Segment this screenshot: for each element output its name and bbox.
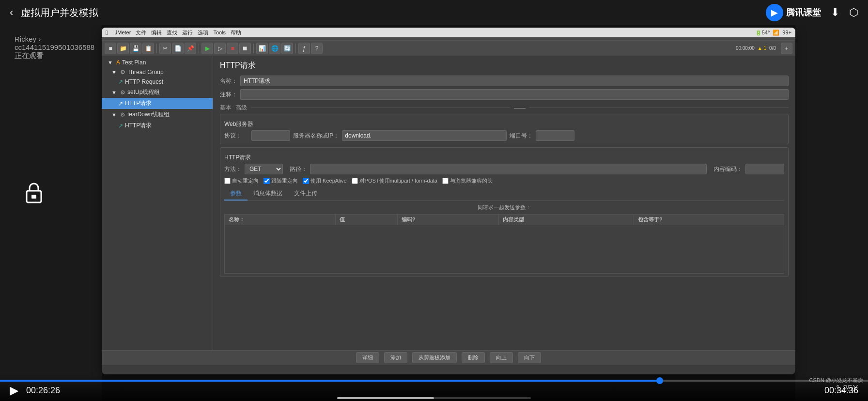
tree-expand-icon-4: ▼ (111, 112, 118, 118)
add-btn[interactable]: 添加 (384, 352, 407, 363)
col-content-type: 内容类型 (499, 215, 634, 225)
lock-area[interactable] (22, 180, 46, 209)
apple-menu[interactable]:  (106, 29, 108, 36)
download-icon[interactable]: ⬇ (831, 6, 839, 19)
port-input[interactable] (536, 130, 574, 141)
toolbar-time-area: 00:00:00 ▲ 1 0/0 + (736, 43, 792, 54)
toolbar-new-btn[interactable]: ■ (105, 43, 116, 54)
name-input[interactable] (240, 76, 789, 86)
toolbar-start-no-pause-btn[interactable]: ▷ (214, 43, 226, 54)
content-label: 内容编码： (713, 165, 743, 173)
toolbar-stop-btn[interactable]: ■ (227, 43, 238, 54)
delete-btn[interactable]: 删除 (462, 352, 485, 363)
menu-edit[interactable]: 编辑 (151, 29, 162, 36)
tencent-play-icon: ▶ (766, 4, 783, 21)
method-select[interactable]: GET POST PUT DELETE (245, 164, 283, 174)
settings-icon[interactable]: ⬡ (849, 6, 858, 19)
toolbar-shutdown-btn[interactable]: ⏹ (239, 43, 251, 54)
toolbar-saveas-btn[interactable]: 📋 (142, 43, 154, 54)
cb-keepalive-input[interactable] (303, 178, 309, 184)
menu-tools[interactable]: Tools (213, 30, 226, 35)
web-server-section: Web服务器 协议： 服务器名称或IP： 端口号： (220, 114, 789, 144)
cb-browser-compat[interactable]: 与浏览器兼容的头 (442, 177, 493, 185)
section-line (251, 108, 510, 108)
toolbar-separator-3 (253, 44, 254, 53)
viewer-info: Rickey › cc144115199501036588 正在观看 (15, 35, 102, 61)
tree-item-http-req-2[interactable]: ↗ HTTP请求 (102, 120, 213, 131)
tree-item-http-req-selected[interactable]: ↗ HTTP请求 (102, 98, 213, 109)
method-row: 方法： GET POST PUT DELETE 路径： 内容编码： (224, 164, 784, 174)
server-input[interactable] (342, 130, 507, 141)
detail-btn[interactable]: 详细 (356, 352, 379, 363)
name-row: 名称： (220, 76, 789, 86)
tree-item-label-6: tearDown线程组 (127, 110, 170, 119)
tree-item-test-plan[interactable]: ▼ A Test Plan (102, 58, 213, 67)
col-include-eq: 包含等于? (634, 215, 784, 225)
tree-item-label-3: HTTP Request (125, 78, 163, 85)
menu-file[interactable]: 文件 (136, 29, 146, 36)
progress-thumb[interactable] (656, 377, 663, 384)
bottom-scrollbar[interactable] (337, 397, 531, 399)
path-input[interactable] (310, 164, 707, 174)
tree-expand-icon-2: ▼ (111, 69, 118, 75)
menu-help[interactable]: 帮助 (231, 29, 241, 36)
progress-bar-area[interactable] (0, 380, 868, 384)
tab-params[interactable]: 参数 (224, 187, 248, 200)
tree-item-http-request[interactable]: ↗ HTTP Request (102, 77, 213, 87)
add-from-clipboard-btn[interactable]: 从剪贴板添加 (412, 352, 457, 363)
tab-file-upload[interactable]: 文件上传 (288, 187, 323, 200)
col-encode: 编码? (397, 215, 498, 225)
toolbar-open-btn[interactable]: 📁 (117, 43, 129, 54)
tab-body-data[interactable]: 消息体数据 (248, 187, 288, 200)
col-value: 值 (335, 215, 397, 225)
cb-multipart-input[interactable] (352, 178, 358, 184)
toolbar-copy-btn[interactable]: 📄 (172, 43, 184, 54)
progress-track[interactable] (0, 380, 868, 382)
wifi-icon: 📶 (773, 30, 779, 36)
comment-row: 注释： (220, 89, 789, 100)
toolbar-treemap-btn[interactable]: 🌐 (269, 43, 280, 54)
advanced-tab-btn[interactable]: 高级 (235, 104, 247, 112)
cb-follow-redirect-input[interactable] (264, 178, 270, 184)
http-request-title: HTTP请求 (224, 154, 784, 162)
menu-search[interactable]: 查找 (167, 29, 177, 36)
tree-item-teardown[interactable]: ▼ ⚙ tearDown线程组 (102, 109, 213, 120)
toolbar-save-btn[interactable]: 💾 (130, 43, 141, 54)
tree-item-thread-group[interactable]: ▼ ⚙ Thread Group (102, 67, 213, 77)
tree-item-setup[interactable]: ▼ ⚙ setUp线程组 (102, 87, 213, 98)
menu-options[interactable]: 选项 (198, 29, 208, 36)
cb-auto-redirect-input[interactable] (224, 178, 231, 184)
toolbar-func-btn[interactable]: ƒ (298, 43, 310, 54)
tree-item-label-7: HTTP请求 (125, 122, 152, 130)
protocol-input[interactable] (251, 130, 290, 141)
tree-expand-icon-3: ▼ (111, 90, 118, 95)
toolbar-time: 00:00:00 (736, 46, 755, 51)
up-btn[interactable]: 向上 (490, 352, 513, 363)
basic-tab-btn[interactable]: 基本 (220, 104, 232, 112)
config-panel-title: HTTP请求 (220, 61, 789, 71)
server-label: 服务器名称或IP： (293, 132, 339, 140)
empty-params-row (225, 225, 784, 274)
top-navigation-bar: ‹ 虚拟用户并发模拟 ▶ 腾讯课堂 ⬇ ⬡ (0, 0, 868, 25)
back-button[interactable]: ‹ (10, 6, 13, 19)
toolbar-report-btn[interactable]: 📊 (256, 43, 268, 54)
menu-jmeter[interactable]: JMeter (115, 30, 131, 35)
cb-multipart[interactable]: 对POST使用multipart / form-data (352, 177, 437, 185)
toolbar-start-btn[interactable]: ▶ (202, 43, 213, 54)
total-time: 00:34:36 (824, 386, 858, 396)
cb-follow-redirect[interactable]: 跟随重定向 (264, 177, 298, 185)
tencent-logo-text: 腾讯课堂 (786, 7, 821, 18)
content-input[interactable] (745, 164, 784, 174)
play-button[interactable]: ▶ (10, 384, 18, 397)
cb-auto-redirect[interactable]: 自动重定向 (224, 177, 259, 185)
toolbar-help-btn[interactable]: ? (311, 43, 323, 54)
toolbar-paste-btn[interactable]: 📌 (185, 43, 196, 54)
comment-input[interactable] (240, 89, 789, 100)
cb-keepalive[interactable]: 使用 KeepAlive (303, 177, 347, 185)
toolbar-clear-btn[interactable]: 🔄 (281, 43, 293, 54)
toolbar-cut-btn[interactable]: ✂ (159, 43, 171, 54)
menu-run[interactable]: 运行 (182, 29, 193, 36)
toolbar-add-btn[interactable]: + (781, 43, 792, 54)
cb-follow-redirect-label: 跟随重定向 (271, 177, 298, 185)
cb-browser-compat-input[interactable] (442, 178, 449, 184)
